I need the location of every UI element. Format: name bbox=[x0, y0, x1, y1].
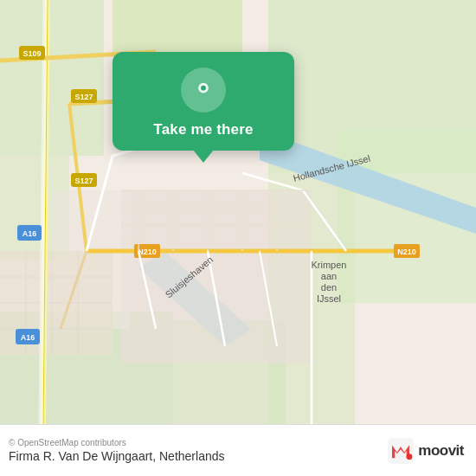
moovit-brand-text: moovit bbox=[418, 442, 464, 460]
location-pin-icon bbox=[191, 78, 215, 102]
krimpen-label-2: aan bbox=[321, 271, 337, 281]
s109-badge: S109 bbox=[23, 49, 41, 58]
krimpen-label-4: IJssel bbox=[317, 293, 341, 304]
svg-point-28 bbox=[201, 86, 206, 91]
moovit-m-icon bbox=[388, 438, 414, 464]
attribution: © OpenStreetMap contributors bbox=[9, 438, 225, 447]
svg-rect-1 bbox=[0, 0, 104, 156]
svg-rect-29 bbox=[388, 438, 414, 464]
svg-point-31 bbox=[407, 453, 413, 460]
location-name: Firma R. Van De Wijngaart, Netherlands bbox=[9, 449, 225, 463]
n210-badge-right: N210 bbox=[397, 248, 416, 256]
krimpen-label-1: Krimpen bbox=[312, 260, 347, 270]
n210-badge-left: N210 bbox=[138, 248, 157, 256]
s127-badge1: S127 bbox=[74, 93, 93, 101]
s127-badge2: S127 bbox=[74, 177, 93, 185]
footer-bar: © OpenStreetMap contributors Firma R. Va… bbox=[0, 424, 476, 476]
krimpen-label-3: den bbox=[321, 282, 337, 293]
location-pin-background bbox=[181, 68, 226, 113]
a16-label2: A16 bbox=[21, 333, 35, 342]
moovit-logo: moovit bbox=[388, 438, 464, 464]
map-view[interactable]: A16 A16 S109 S127 S127 N210 N210 bbox=[0, 0, 476, 424]
a16-label: A16 bbox=[23, 229, 37, 238]
footer-info: © OpenStreetMap contributors Firma R. Va… bbox=[9, 438, 225, 463]
take-me-there-button[interactable]: Take me there bbox=[153, 121, 253, 138]
location-popup: Take me there bbox=[113, 52, 294, 151]
svg-rect-11 bbox=[121, 190, 312, 363]
